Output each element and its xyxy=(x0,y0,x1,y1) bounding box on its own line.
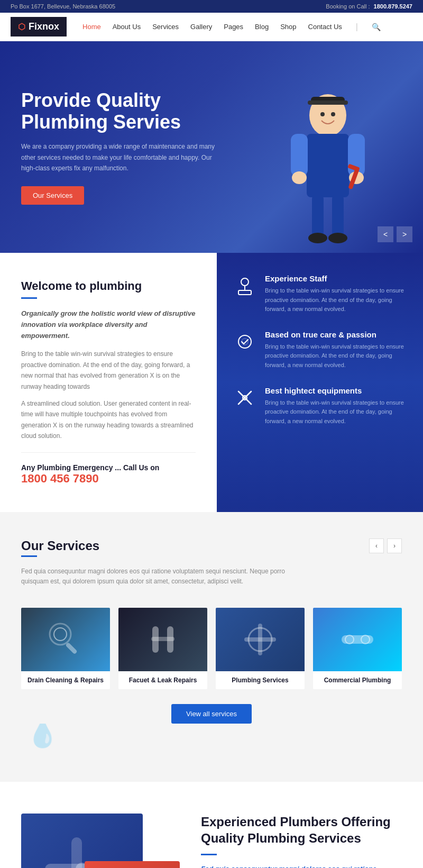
services-section: Our Services Fed quia consequuntur magni… xyxy=(0,512,423,782)
services-description: Fed quia consequuntur magni dolores eos … xyxy=(21,567,286,587)
view-all-wrap: View all services xyxy=(21,704,402,724)
quality-highlight: Fed quia consequuntur magni dolores eos … xyxy=(201,864,402,868)
svg-point-13 xyxy=(328,233,347,243)
hero-content: Provide Quality Plumbing Servies We are … xyxy=(21,89,222,205)
services-grid: Drain Cleaning & Repairs Facuet & Leak R… xyxy=(21,608,402,689)
split-section: Welcome to plumbing Organically grow the… xyxy=(0,253,423,512)
logo-icon: ⬡ xyxy=(18,22,25,32)
address-text: Po Box 1677, Bellevue, Nebraska 68005 xyxy=(11,3,115,10)
view-all-services-button[interactable]: View all services xyxy=(171,704,252,724)
service-img-placeholder-4 xyxy=(313,608,402,671)
info-item-2: Based on true care & passion Bring to th… xyxy=(233,330,407,370)
nav-about[interactable]: About Us xyxy=(113,23,141,31)
svg-rect-4 xyxy=(291,134,308,176)
welcome-body1: Bring to the table win-win survival stra… xyxy=(21,349,196,392)
svg-rect-17 xyxy=(238,290,251,295)
svg-point-19 xyxy=(238,335,251,348)
quality-images xyxy=(21,814,180,868)
search-icon[interactable]: 🔍 xyxy=(372,23,381,31)
svg-point-12 xyxy=(308,233,327,243)
service-image-4 xyxy=(313,608,402,671)
emergency-number: 1800 456 7890 xyxy=(21,472,196,486)
info-item-3: Best hightect equipments Bring to the ta… xyxy=(233,386,407,426)
nav-gallery[interactable]: Gallery xyxy=(190,23,212,31)
care-passion-icon xyxy=(233,330,256,354)
top-bar: Po Box 1677, Bellevue, Nebraska 68005 Bo… xyxy=(0,0,423,13)
svg-rect-25 xyxy=(65,642,77,654)
svg-point-26 xyxy=(54,628,67,641)
hero-next-button[interactable]: > xyxy=(397,226,412,242)
service-label-2: Facuet & Leak Repairs xyxy=(118,671,207,689)
service-card-1[interactable]: Drain Cleaning & Repairs xyxy=(21,608,110,689)
svg-rect-2 xyxy=(308,100,348,105)
svg-rect-10 xyxy=(312,195,324,237)
hero-title: Provide Quality Plumbing Servies xyxy=(21,89,222,133)
svg-rect-3 xyxy=(307,134,349,197)
service-img-placeholder-3 xyxy=(216,608,305,671)
service-label-1: Drain Cleaning & Repairs xyxy=(21,671,110,689)
nav-links: Home About Us Services Gallery Pages Blo… xyxy=(82,22,412,32)
info-desc-1: Bring to the table win-win survival stra… xyxy=(265,286,407,314)
welcome-left: Welcome to plumbing Organically grow the… xyxy=(0,253,217,512)
hero-arrows: < > xyxy=(378,226,412,242)
nav-home[interactable]: Home xyxy=(82,23,101,31)
services-section-header: Our Services xyxy=(21,538,286,557)
quality-content: Experienced Plumbers Offering Quality Pl… xyxy=(201,814,402,868)
divider xyxy=(21,452,196,453)
nav-services[interactable]: Services xyxy=(152,23,179,31)
nav-divider: | xyxy=(356,22,358,32)
service-card-2[interactable]: Facuet & Leak Repairs xyxy=(118,608,207,689)
service-image-3 xyxy=(216,608,305,671)
svg-point-24 xyxy=(50,624,71,645)
service-image-1 xyxy=(21,608,110,671)
equipment-icon xyxy=(233,386,256,410)
svg-point-20 xyxy=(242,339,248,345)
services-prev-button[interactable]: ‹ xyxy=(369,538,384,553)
our-services-button[interactable]: Our Services xyxy=(21,186,84,205)
booking-phone: 1800.879.5247 xyxy=(374,3,412,10)
logo[interactable]: ⬡ Fixnox xyxy=(11,17,67,36)
emergency-label: Any Plumbing Emergency ... Call Us on xyxy=(21,463,196,472)
nav-shop[interactable]: Shop xyxy=(280,23,296,31)
quality-main-image xyxy=(21,814,143,868)
hero-description: We are a company providing a wide range … xyxy=(21,141,222,173)
hero-section: Provide Quality Plumbing Servies We are … xyxy=(0,41,423,253)
services-next-button[interactable]: › xyxy=(387,538,402,553)
services-header-row: Our Services Fed quia consequuntur magni… xyxy=(21,538,402,597)
services-arrows: ‹ › xyxy=(369,538,402,553)
quality-section: Experienced Plumbers Offering Quality Pl… xyxy=(0,782,423,868)
nav-blog[interactable]: Blog xyxy=(255,23,269,31)
info-title-2: Based on true care & passion xyxy=(265,330,407,339)
svg-point-14 xyxy=(320,112,325,116)
info-title-1: Experience Staff xyxy=(265,274,407,283)
quality-title: Experienced Plumbers Offering Quality Pl… xyxy=(201,814,402,846)
service-label-3: Plumbing Services xyxy=(216,671,305,689)
info-item-1: Experience Staff Bring to the table win-… xyxy=(233,274,407,314)
info-right: Experience Staff Bring to the table win-… xyxy=(217,253,423,512)
svg-point-16 xyxy=(241,278,249,286)
nav-pages[interactable]: Pages xyxy=(224,23,243,31)
hero-image xyxy=(254,57,402,253)
hero-prev-button[interactable]: < xyxy=(378,226,393,242)
info-desc-3: Bring to the table win-win survival stra… xyxy=(265,398,407,426)
water-splash-decoration xyxy=(21,724,402,755)
logo-text: Fixnox xyxy=(29,21,59,32)
welcome-tagline: Organically grow the holistic world view… xyxy=(21,308,196,341)
experience-staff-icon xyxy=(233,274,256,298)
svg-rect-29 xyxy=(151,637,174,641)
info-text-2: Based on true care & passion Bring to th… xyxy=(265,330,407,370)
svg-point-15 xyxy=(331,112,335,116)
services-title: Our Services xyxy=(21,538,99,553)
service-image-2 xyxy=(118,608,207,671)
quality-overlay-image xyxy=(85,861,180,868)
service-card-3[interactable]: Plumbing Services xyxy=(216,608,305,689)
welcome-body2: A streamlined cloud solution. User gener… xyxy=(21,398,196,442)
info-title-3: Best hightect equipments xyxy=(265,386,407,395)
quality-underline xyxy=(201,854,217,855)
info-text-1: Experience Staff Bring to the table win-… xyxy=(265,274,407,314)
info-desc-2: Bring to the table win-win survival stra… xyxy=(265,342,407,370)
nav-contact[interactable]: Contact Us xyxy=(308,23,342,31)
services-header-left: Our Services Fed quia consequuntur magni… xyxy=(21,538,286,597)
service-card-4[interactable]: Commercial Plumbing xyxy=(313,608,402,689)
service-img-placeholder-1 xyxy=(21,608,110,671)
